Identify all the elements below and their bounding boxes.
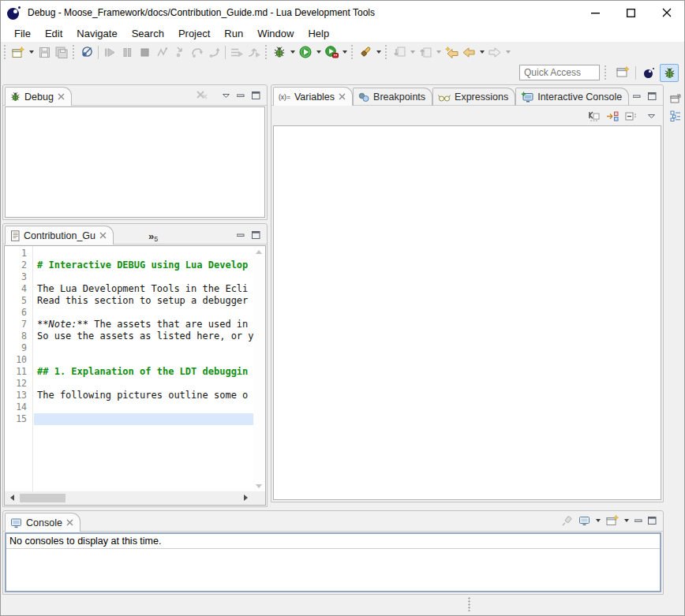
code-area[interactable]: # Interactive DEBUG using Lua DevelopThe… xyxy=(34,246,253,491)
save-all-button[interactable] xyxy=(53,43,70,61)
editor-tab-overflow-chevron[interactable]: 5 xyxy=(148,233,158,244)
tab-contribution-guide-close-icon[interactable] xyxy=(99,232,107,239)
variables-view-menu-button[interactable] xyxy=(648,114,655,118)
maximize-window-button[interactable] xyxy=(613,1,649,24)
code-line[interactable] xyxy=(34,354,253,366)
menu-navigate[interactable]: Navigate xyxy=(69,26,124,41)
open-console-button[interactable] xyxy=(606,515,619,526)
pin-console-button[interactable] xyxy=(562,516,573,526)
code-line[interactable] xyxy=(34,248,253,259)
tab-debug[interactable]: Debug xyxy=(5,87,72,106)
forward-dropdown[interactable] xyxy=(503,43,512,61)
code-line[interactable]: ## 1. Explanation of the LDT debuggin xyxy=(34,366,253,378)
run-dropdown[interactable] xyxy=(314,43,323,61)
debug-dropdown[interactable] xyxy=(288,43,297,61)
last-edit-location-button[interactable] xyxy=(443,43,460,61)
debug-button[interactable] xyxy=(271,43,288,61)
menu-project[interactable]: Project xyxy=(171,26,217,41)
code-line[interactable] xyxy=(34,342,253,354)
toggle-step-filters-button[interactable] xyxy=(245,43,263,61)
console-content[interactable]: No consoles to display at this time. xyxy=(5,532,661,592)
new-wizard-button[interactable] xyxy=(9,43,27,61)
step-return-button[interactable] xyxy=(205,43,223,61)
code-line[interactable] xyxy=(34,401,253,413)
new-wizard-dropdown[interactable] xyxy=(27,43,36,61)
toolbar-drag-handle[interactable] xyxy=(265,45,268,59)
tab-interactive-console[interactable]: Interactive Console xyxy=(515,88,629,106)
menu-file[interactable]: File xyxy=(7,26,38,41)
lua-perspective-button[interactable] xyxy=(639,64,658,82)
resume-button[interactable] xyxy=(101,43,118,61)
tab-breakpoints[interactable]: Breakpoints xyxy=(353,88,432,106)
tab-console-close-icon[interactable] xyxy=(66,519,73,526)
show-type-names-button[interactable] xyxy=(588,111,600,121)
console-maximize-button[interactable] xyxy=(648,517,657,525)
editor-horizontal-scrollbar[interactable] xyxy=(5,491,253,505)
back-button[interactable] xyxy=(460,43,477,61)
tab-contribution-guide[interactable]: Contribution_Gu xyxy=(5,226,114,245)
open-perspective-button[interactable] xyxy=(613,64,632,82)
remove-all-terminated-button[interactable] xyxy=(197,91,208,100)
code-line[interactable] xyxy=(34,271,253,283)
external-tools-button[interactable] xyxy=(357,43,374,61)
save-button[interactable] xyxy=(36,43,53,61)
horizontal-scroll-thumb[interactable] xyxy=(20,494,66,502)
tab-variables[interactable]: Variables xyxy=(273,87,353,106)
outline-view-trim-button[interactable] xyxy=(668,108,683,124)
debug-view-maximize-button[interactable] xyxy=(252,91,260,99)
debug-view-minimize-button[interactable] xyxy=(237,92,245,99)
menu-window[interactable]: Window xyxy=(250,26,301,41)
tab-console[interactable]: Console xyxy=(5,513,80,532)
editor-maximize-button[interactable] xyxy=(252,231,260,239)
status-trim-drag-handle[interactable] xyxy=(468,597,471,611)
run-last-tool-button[interactable] xyxy=(323,43,340,61)
tab-debug-close-icon[interactable] xyxy=(58,93,65,100)
toolbar-drag-handle[interactable] xyxy=(351,45,354,59)
debug-view-content[interactable] xyxy=(5,106,265,218)
use-step-filters-button[interactable] xyxy=(228,43,245,61)
scroll-right-icon[interactable] xyxy=(244,495,248,501)
skip-all-breakpoints-button[interactable] xyxy=(78,43,95,61)
toolbar-drag-handle[interactable] xyxy=(385,45,388,59)
open-console-dropdown[interactable] xyxy=(624,519,629,522)
debug-perspective-button[interactable] xyxy=(660,64,679,82)
code-line[interactable]: # Interactive DEBUG using Lua Develop xyxy=(34,259,253,271)
terminate-button[interactable] xyxy=(136,43,153,61)
console-minimize-button[interactable] xyxy=(634,517,642,525)
display-selected-console-button[interactable] xyxy=(578,516,590,526)
display-console-dropdown[interactable] xyxy=(596,519,601,522)
disconnect-button[interactable] xyxy=(153,43,170,61)
perspective-bar-drag-handle[interactable] xyxy=(605,65,608,80)
code-line[interactable]: **Note:** The assets that are used in xyxy=(34,319,253,330)
code-line[interactable]: The following pictures outline some o xyxy=(34,390,253,401)
variables-view-content[interactable] xyxy=(273,125,661,500)
menu-search[interactable]: Search xyxy=(125,26,171,41)
menu-run[interactable]: Run xyxy=(217,26,250,41)
tab-variables-close-icon[interactable] xyxy=(339,93,346,100)
collapse-all-button[interactable] xyxy=(625,111,637,121)
step-over-button[interactable] xyxy=(188,43,205,61)
code-line[interactable]: Read this section to setup a debugger xyxy=(34,295,253,307)
run-last-tool-dropdown[interactable] xyxy=(340,43,349,61)
forward-button[interactable] xyxy=(486,43,503,61)
back-dropdown[interactable] xyxy=(477,43,486,61)
external-tools-dropdown[interactable] xyxy=(374,43,383,61)
code-line[interactable]: The Lua Development Tools in the Ecli xyxy=(34,283,253,295)
previous-annotation-dropdown[interactable] xyxy=(434,43,443,61)
previous-annotation-button[interactable] xyxy=(417,43,434,61)
run-button[interactable] xyxy=(297,43,314,61)
scroll-down-icon[interactable] xyxy=(256,484,262,488)
show-logical-structure-button[interactable] xyxy=(606,111,619,121)
next-annotation-dropdown[interactable] xyxy=(408,43,417,61)
next-annotation-button[interactable] xyxy=(391,43,408,61)
debug-view-menu-button[interactable] xyxy=(223,94,230,98)
scroll-up-icon[interactable] xyxy=(256,250,262,254)
code-line[interactable]: So use the assets as listed here, or y xyxy=(34,330,253,342)
suspend-button[interactable] xyxy=(118,43,136,61)
restore-minimized-view-button[interactable] xyxy=(668,91,683,106)
close-window-button[interactable] xyxy=(649,1,684,24)
minimize-window-button[interactable] xyxy=(578,1,613,24)
step-into-button[interactable] xyxy=(170,43,188,61)
toolbar-drag-handle[interactable] xyxy=(73,45,76,59)
tab-expressions[interactable]: Expressions xyxy=(432,88,515,106)
